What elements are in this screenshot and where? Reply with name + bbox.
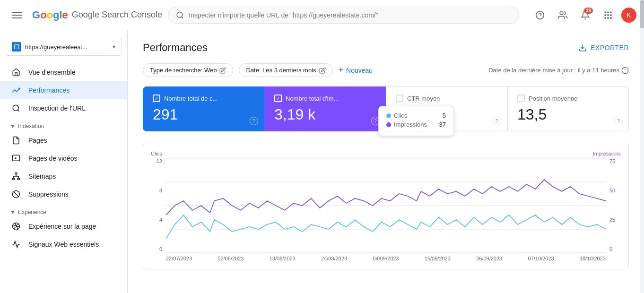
svg-rect-10	[610, 14, 611, 16]
tooltip-impressions-value: 37	[439, 121, 446, 128]
chart-x-labels: 22/07/2023 02/08/2023 13/08/2023 24/08/2…	[166, 256, 606, 261]
card-header: CTR moyen	[396, 95, 497, 102]
collapse-icon[interactable]: ▾	[11, 123, 14, 129]
card-value-position: 13,5	[517, 106, 619, 123]
new-filter-button[interactable]: + Nouveau	[339, 65, 373, 75]
sidebar-item-web-vitals[interactable]: Signaux Web essentiels	[0, 235, 127, 253]
svg-rect-11	[605, 17, 606, 18]
section-title: Expérience	[18, 209, 46, 215]
x-label-5: 15/09/2023	[425, 256, 451, 261]
x-label-7: 07/10/2023	[528, 256, 554, 261]
app-title: Google Search Console	[72, 10, 162, 20]
logo-o2: o	[47, 9, 53, 21]
chevron-down-icon: ▾	[113, 43, 115, 50]
right-scrollbar[interactable]	[640, 0, 644, 293]
sidebar-item-label: Inspection de l'URL	[28, 104, 86, 112]
sidebar-item-performances[interactable]: Performances	[0, 81, 127, 99]
user-settings-button[interactable]	[553, 6, 572, 25]
avatar[interactable]: K	[621, 8, 636, 23]
download-icon	[578, 43, 587, 52]
help-icon-position[interactable]: ?	[614, 117, 623, 125]
property-selector[interactable]: https://gueyerealeest... ▾	[6, 38, 122, 56]
filter-label: Date: Les 3 derniers mois	[246, 67, 316, 74]
svg-rect-6	[607, 11, 609, 13]
x-label-8: 18/10/2023	[580, 256, 606, 261]
filter-date[interactable]: Date: Les 3 derniers mois	[239, 63, 332, 77]
notifications-button[interactable]: 38	[576, 6, 595, 25]
card-checkbox-ctr[interactable]	[396, 95, 403, 102]
filters-bar: Type de recherche: Web Date: Les 3 derni…	[143, 63, 629, 77]
y-right-75: 75	[609, 158, 615, 164]
sidebar-item-videos[interactable]: Pages de vidéos	[0, 149, 127, 167]
card-checkbox-position[interactable]	[517, 95, 525, 102]
metric-card-position[interactable]: Position moyenne 13,5 ?	[507, 86, 629, 131]
x-label-0: 22/07/2023	[166, 256, 192, 261]
x-label-3: 24/08/2023	[321, 256, 347, 261]
y-left-8: 8	[159, 188, 162, 193]
sidebar-item-suppressions[interactable]: Suppressions	[0, 185, 127, 203]
chart-container: Clics Impressions 12 8 4 0	[143, 143, 629, 269]
export-button[interactable]: EXPORTER	[578, 43, 629, 52]
svg-rect-12	[607, 17, 609, 18]
help-icon-clics[interactable]: ?	[250, 117, 258, 125]
search-input[interactable]	[189, 11, 511, 19]
metric-card-impressions[interactable]: Nombre total d'im... 3,19 k ?	[264, 86, 386, 131]
hamburger-icon	[9, 8, 26, 22]
suppress-icon	[11, 190, 21, 198]
indexation-section-label: ▾ Indexation	[0, 117, 127, 131]
metric-card-clics[interactable]: Nombre total de c... 291 ?	[143, 86, 264, 131]
vitals-icon	[11, 240, 21, 249]
sidebar-item-pages[interactable]: Pages	[0, 131, 127, 149]
scrollbar-thumb[interactable]	[640, 0, 644, 28]
sidebar-item-experience-page[interactable]: Expérience sur la page	[0, 217, 127, 235]
svg-rect-21	[17, 179, 20, 180]
sidebar-item-vue-ensemble[interactable]: Vue d'ensemble	[0, 63, 127, 81]
svg-rect-5	[605, 11, 606, 13]
sidebar-item-label: Suppressions	[28, 190, 69, 198]
sidebar-item-label: Expérience sur la page	[28, 223, 96, 230]
apps-button[interactable]	[599, 6, 618, 25]
card-checkbox-clics[interactable]	[153, 95, 160, 102]
svg-rect-13	[610, 17, 611, 18]
card-header: Position moyenne	[517, 95, 619, 102]
filter-label: Type de recherche: Web	[150, 67, 217, 74]
edit-icon	[219, 67, 226, 74]
chart-right-label: Impressions	[593, 151, 621, 156]
filter-type-recherche[interactable]: Type de recherche: Web	[143, 63, 233, 77]
info-icon	[621, 67, 629, 74]
topbar-left: Google Google Search Console	[8, 6, 162, 25]
sidebar-item-label: Pages	[28, 137, 47, 144]
svg-line-1	[182, 17, 183, 18]
x-label-6: 26/09/2023	[476, 256, 502, 261]
x-label-1: 02/08/2023	[218, 256, 244, 261]
app-logo: Google Google Search Console	[32, 9, 162, 21]
sidebar-item-sitemaps[interactable]: Sitemaps	[0, 167, 127, 185]
logo-g2: g	[53, 9, 59, 21]
svg-rect-7	[610, 11, 611, 13]
tooltip-clics-value: 5	[443, 112, 446, 119]
card-label-position: Position moyenne	[529, 95, 577, 102]
menu-button[interactable]	[8, 6, 26, 25]
svg-rect-19	[15, 173, 17, 174]
experience-icon	[11, 222, 21, 231]
page-icon	[11, 136, 21, 145]
search-nav-icon	[11, 104, 21, 112]
performance-chart	[166, 158, 606, 253]
help-button[interactable]	[531, 6, 549, 25]
card-checkbox-impressions[interactable]	[274, 95, 282, 102]
logo-g: G	[32, 9, 40, 21]
svg-line-17	[17, 110, 19, 111]
svg-point-0	[177, 12, 183, 17]
sidebar-item-inspection[interactable]: Inspection de l'URL	[0, 99, 127, 117]
svg-line-27	[14, 192, 19, 197]
apps-icon	[603, 10, 613, 20]
help-icon-ctr[interactable]: ?	[493, 117, 501, 125]
collapse-icon[interactable]: ▾	[11, 209, 14, 215]
tooltip-impressions-label: Impressions	[386, 121, 427, 128]
last-update-text: Date de la dernière mise à jour : il y a…	[488, 67, 619, 74]
chart-svg-wrap	[166, 158, 606, 253]
y-right-50: 50	[609, 188, 615, 193]
search-bar[interactable]	[168, 7, 519, 24]
tooltip-impressions-row: Impressions 37	[386, 121, 446, 128]
sidebar: https://gueyerealeest... ▾ Vue d'ensembl…	[0, 30, 128, 293]
